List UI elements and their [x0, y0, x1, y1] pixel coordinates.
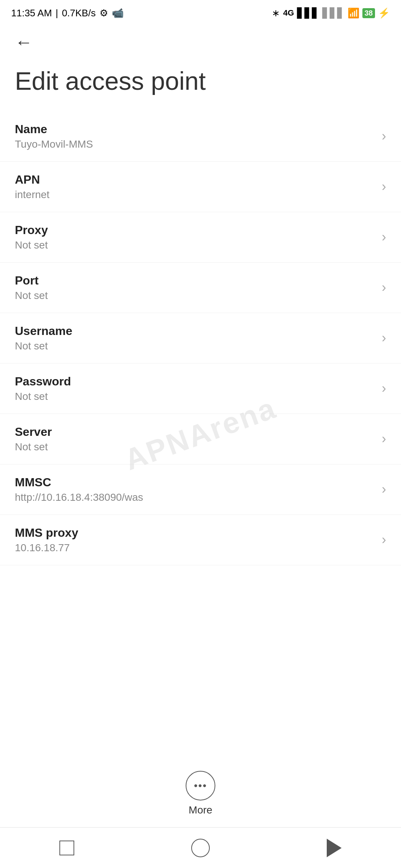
more-label: More	[189, 804, 212, 816]
back-icon	[327, 839, 342, 857]
settings-value-1: internet	[15, 189, 374, 201]
settings-label-0: Name	[15, 122, 374, 136]
more-dots-icon: •••	[194, 780, 207, 792]
settings-item-apn[interactable]: APNinternet›	[0, 162, 401, 212]
settings-item-content-1: APNinternet	[15, 173, 374, 201]
settings-item-content-6: ServerNot set	[15, 425, 374, 453]
settings-label-1: APN	[15, 173, 374, 187]
chevron-right-icon-1: ›	[382, 179, 386, 194]
signal-bars2-icon: ▋▋▋	[322, 7, 345, 19]
charging-icon: ⚡	[378, 7, 390, 19]
settings-item-content-5: PasswordNot set	[15, 375, 374, 402]
settings-item-port[interactable]: PortNot set›	[0, 263, 401, 313]
nav-home-button[interactable]	[188, 835, 213, 861]
settings-item-name[interactable]: NameTuyo-Movil-MMS›	[0, 111, 401, 162]
settings-label-4: Username	[15, 324, 374, 338]
network-speed-value: 0.7KB/s	[62, 7, 96, 19]
time-display: 11:35 AM	[11, 7, 52, 19]
nav-back-button[interactable]	[321, 835, 347, 861]
status-time-speed: 11:35 AM | 0.7KB/s ⚙ 📹	[11, 7, 124, 19]
signal-bars-icon: ▋▋▋	[297, 7, 319, 19]
nav-recents-button[interactable]	[54, 835, 80, 861]
chevron-right-icon-2: ›	[382, 229, 386, 245]
status-icons: ∗ 4G ▋▋▋ ▋▋▋ 📶 38 ⚡	[272, 7, 390, 19]
settings-item-mms-proxy[interactable]: MMS proxy10.16.18.77›	[0, 515, 401, 565]
settings-item-username[interactable]: UsernameNot set›	[0, 313, 401, 364]
signal-4g-icon: 4G	[283, 8, 294, 18]
settings-value-4: Not set	[15, 340, 374, 352]
settings-label-3: Port	[15, 274, 374, 287]
settings-item-content-0: NameTuyo-Movil-MMS	[15, 122, 374, 150]
back-button[interactable]: ←	[15, 33, 33, 51]
status-bar: 11:35 AM | 0.7KB/s ⚙ 📹 ∗ 4G ▋▋▋ ▋▋▋ 📶 38…	[0, 0, 401, 26]
video-icon: 📹	[112, 7, 124, 19]
settings-value-3: Not set	[15, 290, 374, 302]
settings-value-8: 10.16.18.77	[15, 542, 374, 554]
settings-value-7: http://10.16.18.4:38090/was	[15, 491, 374, 503]
chevron-right-icon-8: ›	[382, 532, 386, 548]
settings-item-mmsc[interactable]: MMSChttp://10.16.18.4:38090/was›	[0, 464, 401, 515]
header: ←	[0, 26, 401, 55]
page-title: Edit access point	[0, 55, 401, 111]
wifi-icon: 📶	[348, 7, 359, 19]
settings-item-content-2: ProxyNot set	[15, 223, 374, 251]
chevron-right-icon-7: ›	[382, 481, 386, 497]
settings-item-password[interactable]: PasswordNot set›	[0, 364, 401, 414]
more-section: ••• More	[0, 763, 401, 823]
settings-item-content-4: UsernameNot set	[15, 324, 374, 352]
bottom-nav	[0, 827, 401, 868]
settings-value-6: Not set	[15, 441, 374, 453]
settings-label-8: MMS proxy	[15, 526, 374, 540]
settings-item-content-7: MMSChttp://10.16.18.4:38090/was	[15, 476, 374, 503]
settings-item-proxy[interactable]: ProxyNot set›	[0, 212, 401, 263]
settings-label-5: Password	[15, 375, 374, 388]
settings-value-2: Not set	[15, 239, 374, 251]
settings-item-server[interactable]: ServerNot set›	[0, 414, 401, 464]
settings-value-5: Not set	[15, 391, 374, 402]
settings-value-0: Tuyo-Movil-MMS	[15, 138, 374, 150]
battery-icon: 38	[362, 8, 375, 18]
settings-item-content-8: MMS proxy10.16.18.77	[15, 526, 374, 554]
settings-icon: ⚙	[100, 7, 108, 19]
settings-label-6: Server	[15, 425, 374, 439]
chevron-right-icon-6: ›	[382, 431, 386, 447]
chevron-right-icon-3: ›	[382, 280, 386, 295]
home-icon	[191, 839, 210, 857]
settings-list: NameTuyo-Movil-MMS›APNinternet›ProxyNot …	[0, 111, 401, 565]
chevron-right-icon-0: ›	[382, 128, 386, 144]
settings-label-2: Proxy	[15, 223, 374, 237]
chevron-right-icon-4: ›	[382, 330, 386, 346]
more-button[interactable]: •••	[186, 771, 215, 800]
settings-label-7: MMSC	[15, 476, 374, 489]
recents-icon	[59, 841, 74, 855]
network-speed: |	[56, 7, 58, 19]
chevron-right-icon-5: ›	[382, 381, 386, 396]
bluetooth-icon: ∗	[272, 7, 280, 19]
settings-item-content-3: PortNot set	[15, 274, 374, 302]
